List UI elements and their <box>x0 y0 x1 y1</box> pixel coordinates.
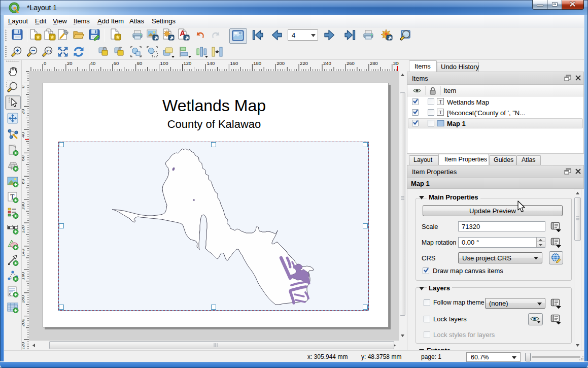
svg-text:120: 120 <box>22 225 25 233</box>
svg-text:200: 200 <box>276 60 285 66</box>
svg-text:80: 80 <box>22 179 25 184</box>
svg-text:140: 140 <box>206 60 215 66</box>
svg-text:300: 300 <box>393 60 399 66</box>
svg-text:0: 0 <box>44 60 46 66</box>
svg-text:60: 60 <box>22 155 25 161</box>
svg-text:T: T <box>439 109 442 115</box>
svg-text:260: 260 <box>347 60 355 66</box>
svg-text:100: 100 <box>160 60 168 66</box>
svg-text:0: 0 <box>22 86 25 88</box>
svg-text:160: 160 <box>22 272 25 280</box>
svg-text:160: 160 <box>230 60 238 66</box>
svg-text:T: T <box>439 98 442 105</box>
svg-text:40: 40 <box>90 60 96 66</box>
svg-text:220: 220 <box>22 342 25 349</box>
svg-text:240: 240 <box>323 60 331 66</box>
svg-text:180: 180 <box>253 60 261 66</box>
svg-text:100: 100 <box>22 202 25 210</box>
svg-text:280: 280 <box>370 60 378 66</box>
svg-text:80: 80 <box>137 60 143 66</box>
svg-text:1:1: 1:1 <box>46 49 51 53</box>
svg-text:180: 180 <box>22 295 25 304</box>
svg-text:20: 20 <box>22 109 25 114</box>
svg-text:120: 120 <box>184 60 192 66</box>
svg-text:140: 140 <box>22 249 25 257</box>
svg-text:40: 40 <box>22 132 25 138</box>
svg-text:20: 20 <box>67 60 73 66</box>
svg-text:200: 200 <box>22 319 25 327</box>
svg-text:220: 220 <box>300 60 308 66</box>
svg-text:60: 60 <box>114 60 119 66</box>
